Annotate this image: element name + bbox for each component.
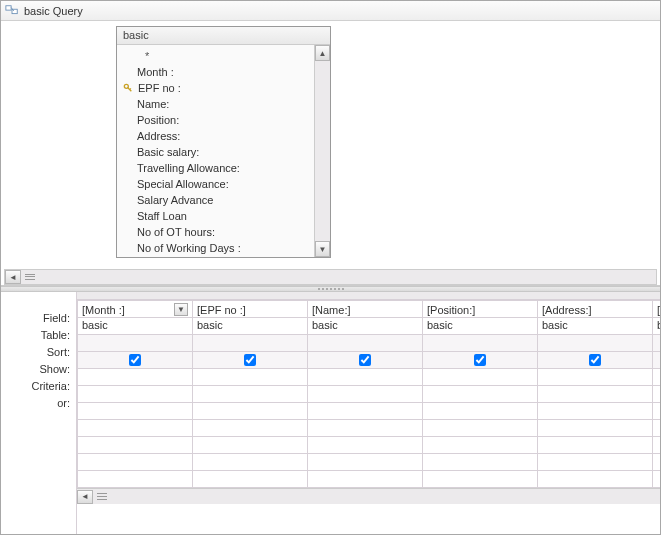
scroll-left-button[interactable]: ◄	[5, 270, 21, 284]
show-cell[interactable]	[423, 352, 538, 369]
blank-cell[interactable]	[653, 403, 660, 420]
sort-cell[interactable]	[193, 335, 308, 352]
criteria-cell[interactable]	[78, 369, 193, 386]
table-cell[interactable]: basic	[308, 318, 423, 335]
or-cell[interactable]	[653, 386, 660, 403]
field-list-item[interactable]: No of Working Days :	[123, 240, 314, 256]
grid-row-labels: Field: Table: Sort: Show: Criteria: or:	[1, 292, 77, 534]
show-cell[interactable]	[653, 352, 660, 369]
field-cell[interactable]: [Address:]	[538, 301, 653, 318]
field-cell[interactable]: [Name:]	[308, 301, 423, 318]
table-cell[interactable]: basic	[423, 318, 538, 335]
show-checkbox[interactable]	[359, 354, 371, 366]
blank-cell[interactable]	[538, 437, 653, 454]
blank-cell[interactable]	[538, 420, 653, 437]
show-cell[interactable]	[538, 352, 653, 369]
sort-cell[interactable]	[538, 335, 653, 352]
blank-cell[interactable]	[308, 454, 423, 471]
show-checkbox[interactable]	[474, 354, 486, 366]
or-cell[interactable]	[78, 386, 193, 403]
criteria-cell[interactable]	[538, 369, 653, 386]
field-list-item[interactable]: Salary Advance	[123, 192, 314, 208]
blank-cell[interactable]	[308, 403, 423, 420]
blank-cell[interactable]	[308, 471, 423, 488]
sort-cell[interactable]	[653, 335, 660, 352]
blank-cell[interactable]	[193, 471, 308, 488]
field-list-item[interactable]: No of OT hours:	[123, 224, 314, 240]
field-list-item[interactable]: Name:	[123, 96, 314, 112]
or-cell[interactable]	[423, 386, 538, 403]
blank-cell[interactable]	[193, 403, 308, 420]
sort-cell[interactable]	[423, 335, 538, 352]
field-list-scrollbar[interactable]: ▲ ▼	[314, 45, 330, 257]
blank-cell[interactable]	[78, 420, 193, 437]
field-list-box[interactable]: basic *Month :EPF no :Name:Position:Addr…	[116, 26, 331, 258]
show-checkbox[interactable]	[244, 354, 256, 366]
scroll-down-button[interactable]: ▼	[315, 241, 330, 257]
blank-cell[interactable]	[423, 437, 538, 454]
field-list-item[interactable]: Address:	[123, 128, 314, 144]
blank-cell[interactable]	[538, 471, 653, 488]
criteria-cell[interactable]	[193, 369, 308, 386]
field-list-item[interactable]: Month :	[123, 64, 314, 80]
blank-cell[interactable]	[78, 437, 193, 454]
show-checkbox[interactable]	[589, 354, 601, 366]
scroll-left-button[interactable]: ◄	[77, 490, 93, 504]
blank-cell[interactable]	[653, 471, 660, 488]
blank-cell[interactable]	[538, 454, 653, 471]
blank-cell[interactable]	[538, 403, 653, 420]
blank-cell[interactable]	[653, 437, 660, 454]
field-list-item[interactable]: Travelling Allowance:	[123, 160, 314, 176]
field-list-item[interactable]: *	[123, 48, 314, 64]
field-cell[interactable]: [Position:]	[423, 301, 538, 318]
scroll-grip[interactable]	[95, 491, 109, 503]
lower-horizontal-scrollbar[interactable]: ◄	[77, 488, 660, 504]
blank-cell[interactable]	[78, 403, 193, 420]
criteria-cell[interactable]	[653, 369, 660, 386]
show-cell[interactable]	[78, 352, 193, 369]
table-cell[interactable]: basic	[78, 318, 193, 335]
sort-cell[interactable]	[78, 335, 193, 352]
scroll-up-button[interactable]: ▲	[315, 45, 330, 61]
field-list-item[interactable]: Basic salary:	[123, 144, 314, 160]
blank-cell[interactable]	[423, 454, 538, 471]
table-cell[interactable]: basic	[193, 318, 308, 335]
field-cell[interactable]: [EPF no :]	[193, 301, 308, 318]
criteria-cell[interactable]	[308, 369, 423, 386]
field-list-title[interactable]: basic	[117, 27, 330, 45]
show-cell[interactable]	[193, 352, 308, 369]
dropdown-button[interactable]: ▼	[174, 303, 188, 316]
field-list-item[interactable]: Special Allowance:	[123, 176, 314, 192]
blank-cell[interactable]	[78, 454, 193, 471]
blank-cell[interactable]	[423, 471, 538, 488]
upper-horizontal-scrollbar[interactable]: ◄	[4, 269, 657, 285]
blank-cell[interactable]	[193, 420, 308, 437]
blank-cell[interactable]	[653, 420, 660, 437]
window-title: basic Query	[24, 5, 83, 17]
scroll-grip[interactable]	[23, 271, 37, 283]
or-cell[interactable]	[538, 386, 653, 403]
blank-cell[interactable]	[308, 420, 423, 437]
sort-cell[interactable]	[308, 335, 423, 352]
criteria-cell[interactable]	[423, 369, 538, 386]
field-list-item[interactable]: EPF no :	[123, 80, 314, 96]
blank-cell[interactable]	[423, 403, 538, 420]
or-cell[interactable]	[193, 386, 308, 403]
table-cell[interactable]: basic	[538, 318, 653, 335]
blank-cell[interactable]	[653, 454, 660, 471]
field-cell[interactable]: [	[653, 301, 660, 318]
blank-cell[interactable]	[193, 454, 308, 471]
field-list-item[interactable]: Position:	[123, 112, 314, 128]
field-cell[interactable]: [Month :]▼	[78, 301, 193, 318]
blank-cell[interactable]	[308, 437, 423, 454]
blank-cell[interactable]	[423, 420, 538, 437]
field-list-item[interactable]: Staff Loan	[123, 208, 314, 224]
field-list-items[interactable]: *Month :EPF no :Name:Position:Address:Ba…	[117, 45, 314, 257]
blank-cell[interactable]	[193, 437, 308, 454]
design-grid[interactable]: [Month :]▼[EPF no :][Name:][Position:][A…	[77, 300, 660, 488]
show-checkbox[interactable]	[129, 354, 141, 366]
show-cell[interactable]	[308, 352, 423, 369]
or-cell[interactable]	[308, 386, 423, 403]
blank-cell[interactable]	[78, 471, 193, 488]
table-cell[interactable]: b	[653, 318, 660, 335]
